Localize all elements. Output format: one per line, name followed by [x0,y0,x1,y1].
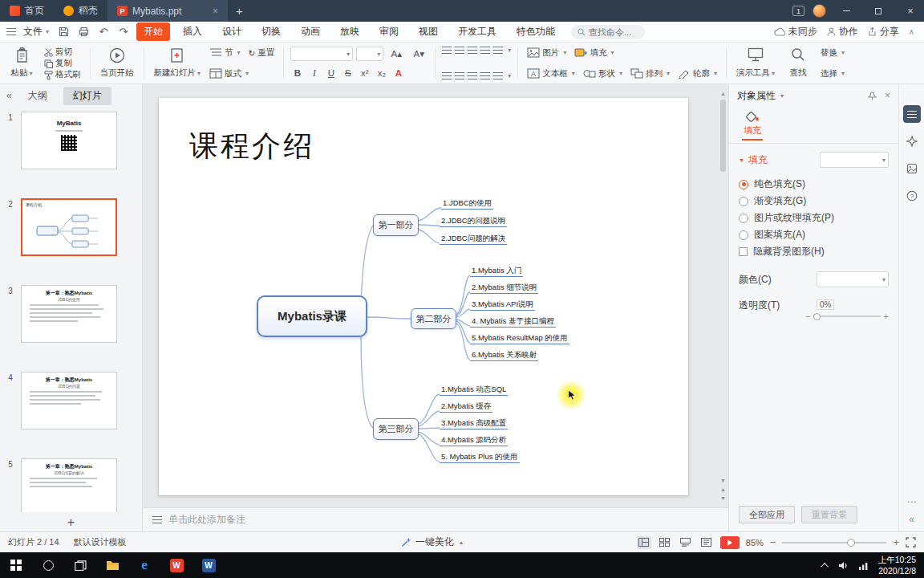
option-picture-fill[interactable]: 图片或纹理填充(P) [739,210,889,226]
previous-slide-icon[interactable]: ▲ [719,485,727,494]
italic-button[interactable]: I [307,67,321,79]
shapes-button[interactable]: 形状▾ [581,67,625,79]
close-tab-icon[interactable]: × [206,6,218,17]
zoom-in-icon[interactable]: + [893,536,899,548]
editing-canvas[interactable]: 课程介绍 Mybatis录课 [143,84,728,507]
mindmap-branch-1[interactable]: 第一部分 [373,214,419,236]
resources-strip-icon[interactable] [903,160,921,177]
mindmap-leaf[interactable]: 4. Mybatis 基于接口编程 [470,315,556,328]
apply-all-button[interactable]: 全部应用 [739,506,795,523]
section-button[interactable]: 节▾ [207,47,243,59]
play-from-current-button[interactable]: 当页开始 [97,46,137,80]
minimize-button[interactable] [834,0,858,22]
close-panel-icon[interactable]: × [885,90,890,101]
decrease-indent-icon[interactable] [468,47,477,54]
font-color-button[interactable]: A [391,67,405,79]
fit-slide-icon[interactable] [906,537,916,547]
ribbon-tab-slideshow[interactable]: 放映 [333,22,367,41]
clock[interactable]: 上午10:25 2020/12/8 [878,554,916,576]
strikethrough-button[interactable]: S [341,67,355,79]
tab-wps-home[interactable]: 首页 [0,0,54,22]
collapse-panel-icon[interactable]: « [6,90,12,101]
mindmap-leaf[interactable]: 6.Mybatis 关系映射 [470,349,538,361]
new-slide-button[interactable]: 新建幻灯片▾ [151,46,205,80]
volume-icon[interactable] [838,561,849,570]
tab-document[interactable]: P Mybatis.ppt × [107,0,228,22]
object-properties-strip-icon[interactable] [903,105,921,123]
share-button[interactable]: 分享 [868,25,899,39]
effects-strip-icon[interactable] [903,132,921,150]
mindmap-leaf[interactable]: 2.JDBC问题的解决 [440,233,507,245]
textbox-button[interactable]: A 文本框▾ [525,67,578,79]
search-input[interactable] [589,27,638,37]
maximize-button[interactable] [866,0,890,22]
tab-docer[interactable]: 稻壳 [54,0,107,22]
fill-preset-combo[interactable]: ▾ [820,152,889,168]
zoom-level[interactable]: 85% [746,538,764,547]
collaborate-button[interactable]: 协作 [827,25,858,39]
canvas-scrollbar[interactable]: ▲ ▼ ▲ ▼ [719,89,727,503]
increase-font-icon[interactable]: A▴ [387,47,406,60]
mindmap-leaf[interactable]: 2.Mybatis 细节说明 [470,282,538,294]
slide-thumbnail-3[interactable]: 3 第一章：熟悉Mybatis JDBC的使用 [0,285,142,343]
normal-view-icon[interactable] [637,536,651,549]
ribbon-tab-home[interactable]: 开始 [136,22,170,41]
reset-background-button[interactable]: 重置背景 [801,506,857,523]
transparency-plus-icon[interactable]: + [884,311,889,321]
mindmap-leaf[interactable]: 2.Mybatis 缓存 [440,401,492,413]
outline-button[interactable]: 轮廓▾ [675,67,719,79]
start-button[interactable] [0,552,32,578]
scroll-down-icon[interactable]: ▼ [719,476,727,485]
file-explorer-button[interactable] [96,552,128,578]
file-menu[interactable]: 文件 ▾ [22,25,51,39]
fill-button[interactable]: 填充▾ [572,47,616,59]
option-solid-fill[interactable]: 纯色填充(S) [739,176,889,193]
add-slide-button[interactable]: + [0,515,142,530]
bold-button[interactable]: B [290,67,304,79]
next-slide-icon[interactable]: ▼ [719,494,727,503]
present-tools-button[interactable]: 演示工具▾ [733,46,778,80]
insert-picture-button[interactable]: 图片▾ [525,47,569,59]
beautify-button[interactable]: 一键美化 ▴ [401,535,463,549]
ribbon-tab-review[interactable]: 审阅 [372,22,406,41]
help-strip-icon[interactable]: ? [903,187,921,205]
slide-sorter-view-icon[interactable] [658,536,672,549]
zoom-knob[interactable] [847,539,855,547]
cortana-search-button[interactable] [32,552,64,578]
tab-slides[interactable]: 幻灯片 [63,87,111,105]
template-name[interactable]: 默认设计模板 [74,536,127,548]
cut-button[interactable]: 剪切 [42,47,83,58]
color-combo[interactable]: ▾ [817,271,889,287]
mindmap-branch-2[interactable]: 第二部分 [411,308,456,329]
reading-view-icon[interactable] [699,536,714,549]
scrollbar-thumb[interactable] [720,100,726,172]
mindmap-leaf[interactable]: 1.Mybatis 动态SQL [440,384,508,396]
paste-button[interactable]: 粘贴▾ [5,46,38,80]
bullet-list-icon[interactable] [442,47,452,54]
slide-thumbnail-5[interactable]: 5 第一章：熟悉Mybatis JDBC问题的解决 [0,458,142,512]
transparency-minus-icon[interactable]: − [805,311,810,321]
mindmap-leaf[interactable]: 2.JDBC的问题说明 [440,215,507,227]
wps-office-button[interactable]: W [160,552,192,578]
select-button[interactable]: 选择▾ [818,67,847,79]
notes-bar[interactable]: 单击此处添加备注 [143,507,728,531]
message-badge[interactable]: 1 [792,6,804,16]
slide-thumbnail-2[interactable]: 2 课程介绍 [0,198,142,256]
mindmap-branch-3[interactable]: 第三部分 [373,418,419,440]
ribbon-tab-special[interactable]: 特色功能 [509,22,562,41]
option-gradient-fill[interactable]: 渐变填充(G) [739,193,889,210]
align-center-icon[interactable] [455,72,464,79]
more-tools-icon[interactable]: ⋯ [899,496,924,507]
reset-button[interactable]: ↻ 重置 [246,47,278,59]
task-view-button[interactable] [64,552,96,578]
tab-outline[interactable]: 大纲 [18,87,57,105]
ribbon-tab-devtools[interactable]: 开发工具 [451,22,504,41]
line-spacing-icon[interactable] [493,47,503,54]
arrange-button[interactable]: 排列▾ [628,67,672,79]
font-name-combo[interactable]: ▾ [290,47,353,61]
print-icon[interactable] [76,25,91,39]
underline-button[interactable]: U [324,67,338,79]
avatar[interactable] [813,4,826,18]
decrease-font-icon[interactable]: A▾ [409,47,428,60]
hamburger-menu-icon[interactable] [6,28,16,35]
